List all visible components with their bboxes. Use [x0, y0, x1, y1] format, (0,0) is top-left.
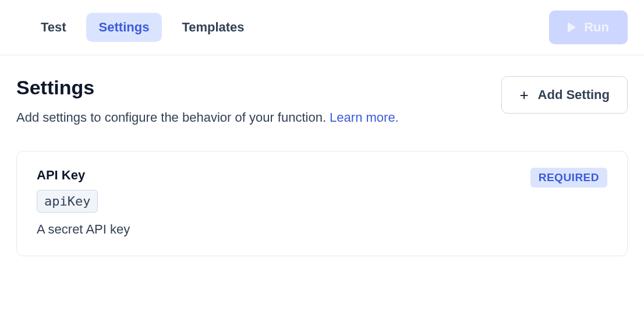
content: Settings Add settings to configure the b… — [0, 55, 644, 256]
plus-icon: + — [519, 87, 528, 103]
play-icon — [568, 22, 576, 33]
setting-description: A secret API key — [37, 222, 130, 237]
page-subtitle: Add settings to configure the behavior o… — [16, 107, 399, 128]
setting-card: API Key apiKey A secret API key REQUIRED — [16, 151, 628, 256]
setting-card-left: API Key apiKey A secret API key — [37, 168, 130, 237]
page-title: Settings — [16, 76, 399, 99]
tabs: Test Settings Templates — [28, 13, 257, 42]
add-setting-button[interactable]: + Add Setting — [501, 76, 628, 114]
run-button-label: Run — [584, 20, 609, 35]
subtitle-text: Add settings to configure the behavior o… — [16, 110, 330, 125]
required-badge: REQUIRED — [530, 168, 607, 188]
tab-templates[interactable]: Templates — [169, 13, 257, 42]
setting-card-row: API Key apiKey A secret API key REQUIRED — [37, 168, 607, 237]
add-setting-label: Add Setting — [538, 87, 610, 103]
run-button[interactable]: Run — [549, 10, 628, 44]
learn-more-link[interactable]: Learn more. — [330, 110, 399, 125]
tab-test[interactable]: Test — [28, 13, 79, 42]
setting-title: API Key — [37, 168, 130, 183]
topbar: Test Settings Templates Run — [0, 0, 644, 55]
header-left: Settings Add settings to configure the b… — [16, 76, 399, 128]
tab-settings[interactable]: Settings — [86, 13, 162, 42]
header-row: Settings Add settings to configure the b… — [16, 76, 628, 128]
setting-code: apiKey — [37, 190, 98, 213]
